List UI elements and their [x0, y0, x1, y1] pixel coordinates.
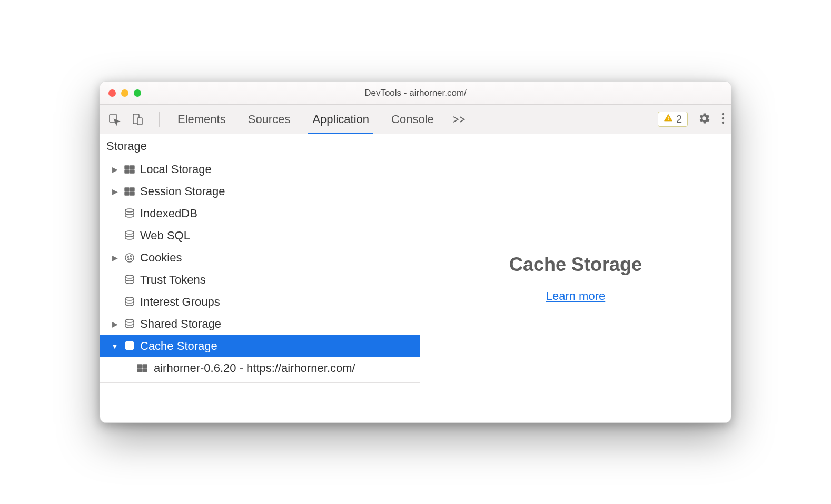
- toolbar-separator: [159, 112, 160, 127]
- settings-icon[interactable]: [697, 112, 711, 127]
- minimize-window-button[interactable]: [121, 89, 128, 97]
- tab-elements[interactable]: Elements: [174, 105, 229, 134]
- tree-item[interactable]: Trust Tokens: [100, 269, 420, 291]
- database-icon: [122, 230, 137, 241]
- tree-item-label: Trust Tokens: [140, 273, 206, 287]
- grid-icon: [135, 362, 150, 374]
- tree-item-label: IndexedDB: [140, 207, 197, 220]
- tree-item-label: airhorner-0.6.20 - https://airhorner.com…: [154, 361, 355, 375]
- tree-item-label: Web SQL: [140, 229, 190, 243]
- tab-console[interactable]: Console: [388, 105, 437, 134]
- tree-item[interactable]: ▶Shared Storage: [100, 313, 420, 335]
- close-window-button[interactable]: [108, 89, 116, 97]
- tree-item[interactable]: Web SQL: [100, 225, 420, 247]
- device-toggle-icon[interactable]: [131, 113, 144, 126]
- more-tabs-icon[interactable]: [451, 105, 469, 134]
- main-pane: Cache Storage Learn more: [420, 134, 731, 422]
- panel-tabs: Elements Sources Application Console: [174, 105, 437, 134]
- database-icon: [122, 208, 137, 219]
- tree-item[interactable]: IndexedDB: [100, 203, 420, 225]
- grid-icon: [122, 164, 137, 175]
- zoom-window-button[interactable]: [134, 89, 141, 97]
- tree-item-label: Shared Storage: [140, 317, 221, 331]
- tab-sources[interactable]: Sources: [245, 105, 294, 134]
- database-icon: [122, 274, 137, 286]
- titlebar: DevTools - airhorner.com/: [100, 82, 731, 105]
- toolbar-right-group: 2: [658, 105, 726, 134]
- tab-application[interactable]: Application: [309, 105, 372, 134]
- database-icon: [122, 318, 137, 330]
- svg-point-5: [722, 113, 724, 115]
- database-icon: [122, 296, 137, 308]
- tree-item[interactable]: ▶Session Storage: [100, 180, 420, 203]
- svg-rect-4: [668, 119, 669, 120]
- tree-item-label: Cache Storage: [140, 339, 217, 353]
- disclosure-arrow-icon: ▼: [111, 342, 119, 350]
- toolbar-left-group: [107, 105, 163, 134]
- panel-body: Storage ▶Local Storage▶Session StorageIn…: [100, 134, 731, 422]
- tree-item[interactable]: ▶Cookies: [100, 247, 420, 269]
- database-icon: [122, 340, 137, 352]
- issues-badge[interactable]: 2: [658, 112, 688, 127]
- learn-more-link[interactable]: Learn more: [546, 289, 606, 303]
- disclosure-arrow-icon: ▶: [111, 254, 119, 262]
- more-options-icon[interactable]: [720, 112, 726, 127]
- disclosure-arrow-icon: ▶: [111, 320, 119, 328]
- devtools-toolbar: Elements Sources Application Console 2: [100, 105, 731, 134]
- tree-item-label: Session Storage: [140, 185, 225, 198]
- tree-item[interactable]: ▶Local Storage: [100, 158, 420, 180]
- svg-rect-2: [137, 118, 142, 125]
- svg-point-7: [722, 121, 724, 123]
- svg-point-6: [722, 117, 724, 119]
- tree-item[interactable]: ▼Cache Storage: [100, 335, 420, 357]
- tree-item-label: Cookies: [140, 251, 182, 265]
- disclosure-arrow-icon: ▶: [111, 187, 119, 196]
- application-sidebar: Storage ▶Local Storage▶Session StorageIn…: [100, 134, 420, 422]
- window-title: DevTools - airhorner.com/: [100, 88, 731, 98]
- traffic-lights: [100, 89, 141, 97]
- warning-icon: [664, 113, 673, 125]
- storage-tree: ▶Local Storage▶Session StorageIndexedDBW…: [100, 158, 420, 383]
- grid-icon: [122, 186, 137, 197]
- tree-item[interactable]: airhorner-0.6.20 - https://airhorner.com…: [100, 357, 420, 379]
- inspect-element-icon[interactable]: [107, 113, 121, 126]
- pane-heading: Cache Storage: [509, 254, 642, 276]
- sidebar-section-title: Storage: [100, 134, 420, 158]
- tree-item-label: Local Storage: [140, 163, 212, 176]
- disclosure-arrow-icon: ▶: [111, 165, 119, 174]
- tree-item[interactable]: Interest Groups: [100, 291, 420, 313]
- tree-item-label: Interest Groups: [140, 295, 220, 309]
- svg-rect-3: [668, 117, 669, 119]
- cookie-icon: [122, 252, 137, 264]
- issues-count: 2: [676, 113, 682, 125]
- devtools-window: DevTools - airhorner.com/ Elements Sourc…: [100, 81, 731, 423]
